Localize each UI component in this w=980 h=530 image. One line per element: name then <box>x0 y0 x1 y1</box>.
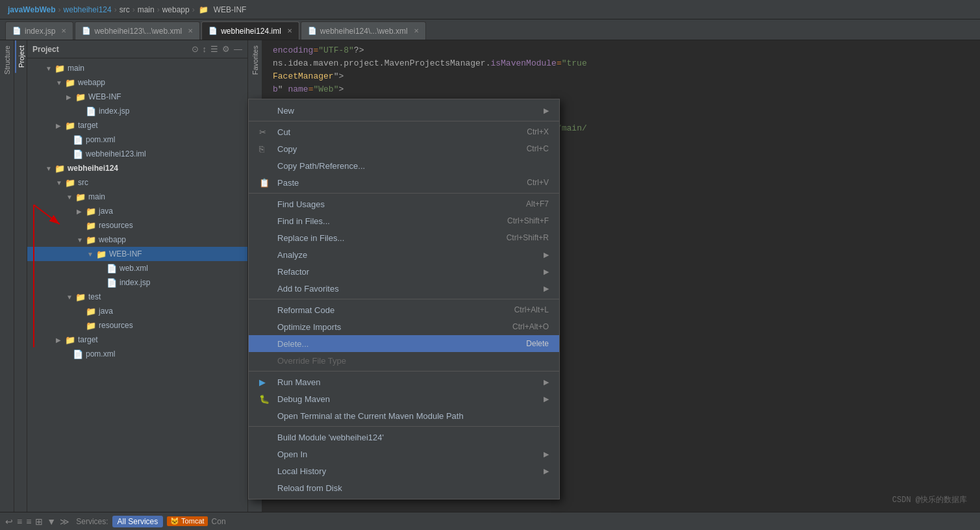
tomcat-icon: 🐱 <box>170 517 179 525</box>
tree-item-main[interactable]: ▼ 📁 main <box>27 61 247 75</box>
favorites-tab[interactable]: Favorites <box>250 40 260 80</box>
scope-icon[interactable]: ⊙ <box>192 44 199 54</box>
tree-item-resources2[interactable]: ▶ 📁 resources <box>27 318 247 333</box>
ctx-override-type: Override File Type <box>249 352 559 369</box>
tree-item-java1[interactable]: ▶ 📁 java <box>27 204 247 218</box>
structure-tab[interactable]: Structure <box>2 40 12 80</box>
ctx-copy[interactable]: ⎘ Copy Ctrl+C <box>249 140 559 157</box>
ctx-analyze[interactable]: Analyze ▶ <box>249 246 559 263</box>
settings-icon[interactable]: ⚙ <box>222 44 230 54</box>
tree-item-indexjsp1[interactable]: ▶ 📄 index.jsp <box>27 104 247 118</box>
jsp-icon: 📄 <box>107 278 117 288</box>
more-icon[interactable]: ≫ <box>60 516 69 527</box>
minimize-icon[interactable]: — <box>234 44 242 54</box>
filter-icon[interactable]: ▼ <box>47 516 56 527</box>
tree-item-indexjsp2[interactable]: ▶ 📄 index.jsp <box>27 275 247 290</box>
ctx-run-maven[interactable]: ▶ Run Maven ▶ <box>249 373 559 390</box>
copy-icon: ⎘ <box>259 144 272 154</box>
tree-item-webapp2[interactable]: ▼ 📁 webapp <box>27 233 247 247</box>
list-icon[interactable]: ≡ <box>17 516 22 527</box>
folder-icon: 📁 <box>86 321 96 331</box>
separator <box>249 193 559 194</box>
tree-item-webapp1[interactable]: ▼ 📁 webapp <box>27 75 247 90</box>
breadcrumb-webheihei124[interactable]: webheihei124 <box>64 5 112 14</box>
tab-index-jsp[interactable]: 📄 index.jsp ✕ <box>5 21 73 40</box>
tree-item-src[interactable]: ▼ 📁 src <box>27 175 247 190</box>
project-panel: Project ⊙ ↕ ☰ ⚙ — ▼ 📁 main <box>27 40 248 512</box>
code-line: FacetManager"> <box>273 71 970 84</box>
tomcat-badge[interactable]: 🐱 Tomcat <box>167 516 207 526</box>
tab-close-icon[interactable]: ✕ <box>287 27 292 34</box>
tab-close-icon[interactable]: ✕ <box>61 27 66 34</box>
header-icons: ⊙ ↕ ☰ ⚙ — <box>192 44 243 54</box>
structure-strip: Structure <box>0 40 14 512</box>
ctx-delete[interactable]: Delete... Delete <box>249 335 559 352</box>
breadcrumb-javawebweb[interactable]: javaWebWeb <box>8 5 56 14</box>
ctx-add-favorites[interactable]: Add to Favorites ▶ <box>249 280 559 297</box>
ctx-reload-disk[interactable]: Reload from Disk <box>249 479 559 496</box>
pom-icon: 📄 <box>73 135 83 145</box>
tree-item-test[interactable]: ▼ 📁 test <box>27 290 247 304</box>
ctx-debug-maven[interactable]: 🐛 Debug Maven ▶ <box>249 390 559 407</box>
tree-item-target2[interactable]: ▶ 📁 target <box>27 333 247 347</box>
folder-icon: 📁 <box>65 335 75 345</box>
tree-item-main2[interactable]: ▼ 📁 main <box>27 190 247 204</box>
ctx-optimize[interactable]: Optimize Imports Ctrl+Alt+O <box>249 318 559 335</box>
ctx-reformat[interactable]: Reformat Code Ctrl+Alt+L <box>249 301 559 318</box>
ctx-new[interactable]: New ▶ <box>249 102 559 119</box>
ctx-local-history[interactable]: Local History ▶ <box>249 462 559 479</box>
breadcrumb-src[interactable]: src <box>119 5 130 14</box>
tab-label: webheihei124.iml <box>221 27 281 36</box>
grid-icon[interactable]: ⊞ <box>35 516 43 527</box>
all-services-button[interactable]: All Services <box>112 516 164 527</box>
services-extra: Con <box>212 517 226 526</box>
debug-icon: 🐛 <box>259 394 272 404</box>
filter-icon[interactable]: ☰ <box>210 44 218 54</box>
tree-item-iml1[interactable]: ▶ 📄 webheihei123.iml <box>27 147 247 161</box>
tree-item-pomxml2[interactable]: ▶ 📄 pom.xml <box>27 347 247 361</box>
tab-webheihei124-iml[interactable]: 📄 webheihei124.iml ✕ <box>201 21 299 40</box>
project-tab[interactable]: Project <box>15 40 27 73</box>
code-line: ns.idea.maven.project.MavenProjectsManag… <box>273 58 970 71</box>
tree-item-java2[interactable]: ▶ 📁 java <box>27 304 247 318</box>
tab-web-xml-1[interactable]: 📄 webheihei123\...\web.xml ✕ <box>75 21 200 40</box>
tree-item-target1[interactable]: ▶ 📁 target <box>27 118 247 132</box>
tree-item-webxml[interactable]: ▶ 📄 web.xml <box>27 261 247 275</box>
ctx-find-usages[interactable]: Find Usages Alt+F7 <box>249 196 559 212</box>
tree-item-resources1[interactable]: ▶ 📁 resources <box>27 218 247 233</box>
xml-icon-2: 📄 <box>308 27 317 35</box>
iml-icon: 📄 <box>73 149 83 159</box>
ctx-cut[interactable]: ✂ Cut Ctrl+X <box>249 123 559 140</box>
ctx-copy-path[interactable]: Copy Path/Reference... <box>249 157 559 174</box>
tab-close-icon[interactable]: ✕ <box>414 27 419 34</box>
tab-close-icon[interactable]: ✕ <box>188 27 193 34</box>
ctx-replace-files[interactable]: Replace in Files... Ctrl+Shift+R <box>249 229 559 246</box>
ctx-open-terminal[interactable]: Open Terminal at the Current Maven Modul… <box>249 407 559 424</box>
folder-icon: 📁 <box>75 292 86 302</box>
ctx-refactor[interactable]: Refactor ▶ <box>249 263 559 280</box>
list2-icon[interactable]: ≡ <box>26 516 31 527</box>
folder-icon: 📁 <box>75 192 86 202</box>
ctx-paste[interactable]: 📋 Paste Ctrl+V <box>249 174 559 191</box>
sort-icon[interactable]: ↕ <box>203 44 207 54</box>
folder-icon: 📁 <box>65 178 75 188</box>
project-header: Project ⊙ ↕ ☰ ⚙ — <box>27 40 247 58</box>
code-line: encoding="UTF-8"?> <box>273 45 970 58</box>
folder-icon: 📁 <box>75 92 86 102</box>
tab-web-xml-2[interactable]: 📄 webheihei124\...\web.xml ✕ <box>301 21 426 40</box>
project-panel-wrapper: Project Project ⊙ ↕ ☰ ⚙ — ▼ 📁 <box>14 40 262 512</box>
folder-dark-icon: 📁 <box>55 164 65 173</box>
breadcrumb-main[interactable]: main <box>138 5 155 14</box>
ctx-find-files[interactable]: Find in Files... Ctrl+Shift+F <box>249 212 559 229</box>
tree-item-pomxml1[interactable]: ▶ 📄 pom.xml <box>27 132 247 147</box>
ctx-open-in[interactable]: Open In ▶ <box>249 446 559 462</box>
services-label: Services: <box>76 517 108 526</box>
breadcrumb-webinf: 📁 WEB-INF <box>197 5 248 14</box>
tree-item-webinf-selected[interactable]: ▼ 📁 WEB-INF <box>27 247 247 261</box>
tree-item-webheihei124[interactable]: ▼ 📁 webheihei124 <box>27 161 247 175</box>
ctx-build-module[interactable]: Build Module 'webheihei124' <box>249 429 559 446</box>
tree-item-webinf1[interactable]: ▶ 📁 WEB-INF <box>27 90 247 104</box>
breadcrumb-webapp[interactable]: webapp <box>162 5 190 14</box>
undo-icon[interactable]: ↩ <box>5 516 13 527</box>
iml-icon: 📄 <box>208 27 218 35</box>
